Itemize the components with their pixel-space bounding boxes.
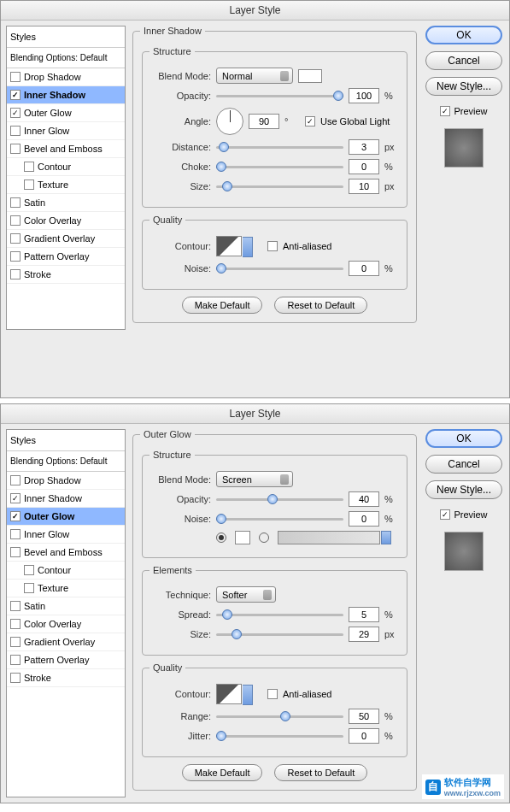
glow-gradient-radio[interactable] [259, 533, 269, 543]
contour-picker[interactable] [216, 236, 242, 256]
style-checkbox[interactable] [10, 673, 21, 683]
blending-options[interactable]: Blending Options: Default [7, 451, 125, 472]
blend-mode-select[interactable]: Screen [216, 471, 293, 487]
contour-picker[interactable] [216, 684, 242, 704]
style-item[interactable]: Contour [7, 562, 125, 580]
style-checkbox[interactable] [24, 162, 34, 172]
style-checkbox[interactable] [10, 269, 21, 279]
style-item[interactable]: Satin [7, 194, 125, 212]
jitter-input[interactable]: 0 [349, 728, 379, 744]
style-checkbox[interactable] [24, 565, 34, 575]
style-checkbox[interactable] [10, 637, 21, 647]
distance-slider[interactable] [216, 141, 343, 153]
chevron-down-icon[interactable] [243, 237, 253, 257]
style-checkbox[interactable] [10, 72, 21, 82]
style-item[interactable]: Inner Glow [7, 526, 125, 544]
ok-button[interactable]: OK [425, 26, 502, 44]
size-slider[interactable] [216, 628, 343, 640]
style-checkbox[interactable] [10, 655, 21, 665]
chevron-down-icon[interactable] [243, 685, 253, 705]
spread-input[interactable]: 5 [349, 607, 379, 622]
reset-default-button[interactable]: Reset to Default [274, 297, 367, 314]
style-item[interactable]: Color Overlay [7, 212, 125, 230]
glow-color-radio[interactable] [216, 533, 226, 543]
choke-slider[interactable] [216, 161, 343, 173]
choke-input[interactable]: 0 [349, 159, 379, 174]
style-item[interactable]: Inner Glow [7, 122, 125, 140]
style-checkbox[interactable] [24, 583, 34, 593]
anti-aliased-checkbox[interactable] [267, 241, 278, 251]
style-checkbox[interactable] [10, 197, 21, 208]
technique-select[interactable]: Softer [216, 586, 276, 603]
preview-checkbox[interactable] [440, 509, 450, 520]
chevron-down-icon[interactable] [381, 531, 391, 544]
style-item[interactable]: Gradient Overlay [7, 633, 125, 651]
style-checkbox[interactable] [10, 144, 21, 154]
style-checkbox[interactable] [10, 511, 21, 521]
style-checkbox[interactable] [10, 126, 21, 136]
style-item[interactable]: Bevel and Emboss [7, 544, 125, 562]
range-input[interactable]: 50 [349, 709, 379, 724]
preview-checkbox[interactable] [440, 106, 450, 116]
style-checkbox[interactable] [10, 475, 21, 485]
angle-input[interactable]: 90 [249, 114, 279, 129]
style-item[interactable]: Drop Shadow [7, 68, 125, 86]
distance-input[interactable]: 3 [349, 139, 379, 155]
noise-slider[interactable] [216, 513, 343, 525]
glow-gradient-picker[interactable] [278, 531, 380, 544]
spread-slider[interactable] [216, 609, 343, 621]
styles-header[interactable]: Styles [7, 26, 125, 48]
make-default-button[interactable]: Make Default [182, 297, 263, 314]
new-style-button[interactable]: New Style... [425, 480, 502, 499]
size-slider[interactable] [216, 180, 343, 192]
style-checkbox[interactable] [10, 547, 21, 557]
noise-input[interactable]: 0 [349, 511, 379, 527]
style-item[interactable]: Stroke [7, 266, 125, 284]
ok-button[interactable]: OK [425, 429, 502, 448]
style-item[interactable]: Inner Shadow [7, 86, 125, 104]
style-item[interactable]: Stroke [7, 669, 125, 687]
opacity-input[interactable]: 100 [349, 88, 379, 103]
style-checkbox[interactable] [10, 601, 21, 611]
new-style-button[interactable]: New Style... [425, 77, 502, 96]
style-item[interactable]: Outer Glow [7, 508, 125, 526]
noise-slider[interactable] [216, 262, 343, 274]
opacity-slider[interactable] [216, 90, 343, 102]
opacity-input[interactable]: 40 [349, 491, 379, 507]
style-checkbox[interactable] [24, 179, 34, 190]
reset-default-button[interactable]: Reset to Default [274, 764, 367, 781]
range-slider[interactable] [216, 710, 343, 722]
anti-aliased-checkbox[interactable] [267, 689, 278, 699]
style-item[interactable]: Bevel and Emboss [7, 140, 125, 158]
make-default-button[interactable]: Make Default [182, 764, 263, 781]
cancel-button[interactable]: Cancel [425, 455, 502, 474]
glow-color-swatch[interactable] [235, 531, 250, 544]
style-checkbox[interactable] [10, 493, 21, 503]
style-checkbox[interactable] [10, 233, 21, 244]
style-checkbox[interactable] [10, 90, 21, 100]
opacity-slider[interactable] [216, 493, 343, 505]
style-item[interactable]: Texture [7, 580, 125, 597]
global-light-checkbox[interactable] [305, 116, 315, 127]
style-item[interactable]: Satin [7, 597, 125, 615]
noise-input[interactable]: 0 [349, 261, 379, 276]
style-checkbox[interactable] [10, 108, 21, 118]
jitter-slider[interactable] [216, 730, 343, 742]
style-item[interactable]: Pattern Overlay [7, 651, 125, 669]
style-checkbox[interactable] [10, 251, 21, 262]
angle-dial[interactable] [216, 108, 243, 135]
style-item[interactable]: Gradient Overlay [7, 230, 125, 248]
cancel-button[interactable]: Cancel [425, 51, 502, 70]
style-item[interactable]: Inner Shadow [7, 490, 125, 508]
style-checkbox[interactable] [10, 529, 21, 539]
style-item[interactable]: Color Overlay [7, 615, 125, 633]
blend-mode-select[interactable]: Normal [216, 68, 293, 84]
style-item[interactable]: Pattern Overlay [7, 248, 125, 266]
style-item[interactable]: Outer Glow [7, 104, 125, 122]
style-checkbox[interactable] [10, 619, 21, 629]
size-input[interactable]: 29 [349, 627, 379, 642]
blending-options[interactable]: Blending Options: Default [7, 48, 125, 68]
shadow-color-swatch[interactable] [298, 69, 322, 83]
style-checkbox[interactable] [10, 215, 21, 226]
style-item[interactable]: Contour [7, 158, 125, 176]
